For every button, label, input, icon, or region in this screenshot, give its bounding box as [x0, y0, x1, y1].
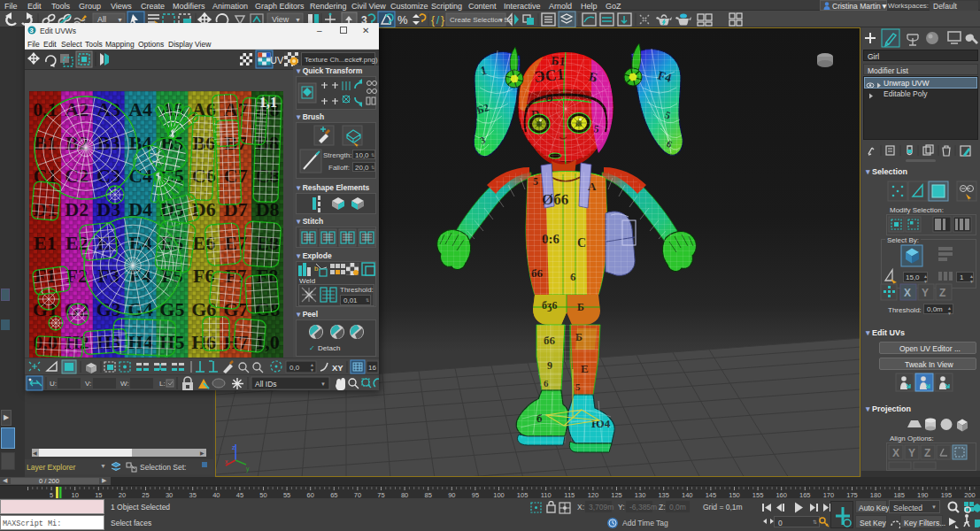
svg-text:E6: E6: [192, 232, 215, 254]
svg-text:G5: G5: [159, 298, 184, 320]
svg-text:%: %: [397, 13, 408, 27]
svg-text:Z: Z: [924, 447, 930, 459]
svg-text:y: y: [246, 466, 250, 473]
svg-text:E2: E2: [66, 232, 89, 254]
svg-text:XY: XY: [332, 363, 343, 373]
svg-text:Y: Y: [922, 287, 929, 299]
svg-text:D2: D2: [65, 198, 89, 220]
svg-text:W:: W:: [120, 380, 129, 388]
svg-text:V:: V:: [85, 380, 91, 388]
svg-text:0,0: 0,0: [289, 364, 300, 372]
svg-text:3: 3: [29, 27, 34, 35]
svg-text:C2: C2: [65, 165, 89, 187]
svg-text:C4: C4: [128, 165, 152, 187]
svg-text:G8: G8: [255, 298, 280, 320]
svg-text:E8: E8: [256, 232, 279, 254]
svg-text:All IDs: All IDs: [255, 380, 277, 389]
svg-text:16: 16: [368, 364, 376, 372]
svg-text:B4: B4: [129, 132, 152, 154]
svg-text:Б: Б: [577, 301, 584, 313]
svg-text:UV: UV: [270, 55, 284, 65]
svg-text:▼: ▼: [310, 367, 314, 373]
svg-text:X: X: [904, 287, 911, 299]
svg-text:E1: E1: [34, 232, 57, 254]
svg-text:C3: C3: [96, 165, 120, 187]
svg-text:Y: Y: [908, 447, 915, 459]
svg-text:F7: F7: [225, 265, 246, 287]
svg-text:G7: G7: [223, 298, 248, 320]
svg-text:1,0: 1,0: [255, 331, 280, 353]
svg-text:b: b: [314, 265, 319, 273]
svg-text:H3: H3: [96, 331, 121, 353]
svg-text:Z: Z: [939, 287, 945, 299]
svg-text:A2: A2: [65, 98, 89, 120]
svg-text:/: /: [436, 14, 440, 27]
svg-text:▼: ▼: [117, 17, 123, 23]
svg-text:C8: C8: [256, 165, 280, 187]
svg-text:1,1: 1,1: [259, 95, 277, 110]
svg-text:z: z: [232, 444, 235, 450]
svg-text:▼: ▼: [320, 381, 326, 387]
svg-text:L:: L:: [159, 380, 166, 388]
svg-text:A4: A4: [128, 98, 152, 120]
svg-text:x: x: [225, 458, 228, 465]
svg-text:H2: H2: [65, 331, 89, 353]
svg-text:U:: U:: [50, 380, 57, 388]
svg-text:H4: H4: [128, 331, 153, 353]
svg-text:{: {: [431, 14, 435, 27]
svg-text:X: X: [892, 447, 899, 459]
svg-text:}: }: [441, 14, 444, 27]
svg-text:▼: ▼: [498, 18, 504, 23]
svg-text:бʒ6: бʒ6: [542, 299, 558, 312]
svg-text:▼: ▼: [295, 17, 301, 23]
